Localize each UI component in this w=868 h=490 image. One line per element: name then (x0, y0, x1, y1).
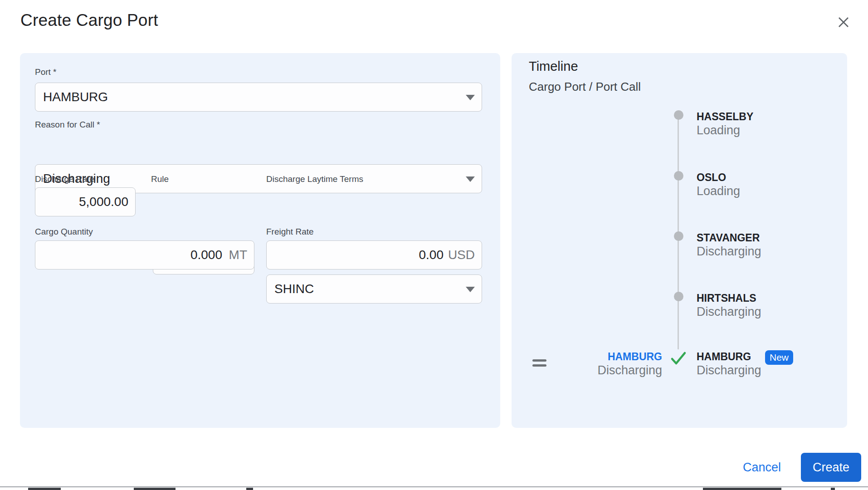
discharge-rate-label: Discharge Rate (35, 174, 94, 184)
timeline-subtitle: Cargo Port / Port Call (529, 80, 641, 94)
timeline-dot (674, 171, 683, 181)
close-icon (837, 16, 850, 30)
timeline-item-reason: Loading (697, 184, 846, 198)
timeline-item-reason: Discharging (697, 244, 846, 259)
timeline-new-item-current-port: HAMBURG (540, 350, 662, 363)
discharge-rate-input[interactable] (35, 187, 136, 216)
timeline-title: Timeline (529, 59, 578, 74)
timeline-dot (674, 292, 683, 301)
port-select-value: HAMBURG (43, 90, 108, 104)
timeline-new-item-reason: Discharging (697, 363, 846, 377)
new-badge: New (765, 350, 793, 365)
timeline-dot (674, 231, 683, 241)
occluded-background-text (831, 488, 835, 490)
occluded-background-text (246, 488, 253, 490)
check-icon (670, 351, 687, 368)
timeline-new-item-current: HAMBURG Discharging (540, 350, 662, 377)
rule-label: Rule (151, 174, 169, 184)
freight-rate-input[interactable] (266, 240, 482, 270)
occluded-background-text (134, 488, 176, 490)
timeline-dot (674, 110, 683, 120)
port-label: Port * (35, 67, 57, 77)
background-page-divider (0, 486, 868, 487)
timeline-item-reason: Loading (697, 123, 846, 137)
freight-rate-label: Freight Rate (266, 227, 314, 237)
page-title: Create Cargo Port (20, 11, 158, 30)
cancel-button[interactable]: Cancel (735, 456, 789, 478)
timeline-item: STAVANGER Discharging (697, 231, 846, 259)
occluded-background-text (28, 488, 61, 490)
timeline-item: HASSELBY Loading (697, 110, 846, 137)
create-button[interactable]: Create (801, 453, 861, 482)
timeline-item-reason: Discharging (697, 304, 846, 319)
discharge-laytime-terms-label: Discharge Laytime Terms (266, 174, 363, 184)
chevron-down-icon (466, 287, 475, 292)
timeline-new-item-current-reason: Discharging (540, 363, 662, 377)
cargo-quantity-label: Cargo Quantity (35, 227, 93, 237)
reason-for-call-label: Reason for Call * (35, 120, 100, 130)
discharge-laytime-terms-select[interactable]: SHINC (266, 274, 482, 304)
timeline-item-port: HASSELBY (697, 110, 846, 123)
timeline-item: OSLO Loading (697, 171, 846, 198)
discharge-laytime-terms-select-value: SHINC (274, 282, 314, 296)
port-select[interactable]: HAMBURG (35, 83, 482, 112)
cargo-quantity-input[interactable] (35, 240, 254, 270)
timeline-item-port: HIRTSHALS (697, 292, 846, 304)
chevron-down-icon (466, 95, 475, 100)
occluded-background-text (703, 488, 781, 490)
timeline-item-port: STAVANGER (697, 231, 846, 244)
chevron-down-icon (466, 176, 475, 182)
timeline-item-port: OSLO (697, 171, 846, 184)
timeline-item: HIRTSHALS Discharging (697, 292, 846, 319)
close-button[interactable] (836, 15, 851, 30)
